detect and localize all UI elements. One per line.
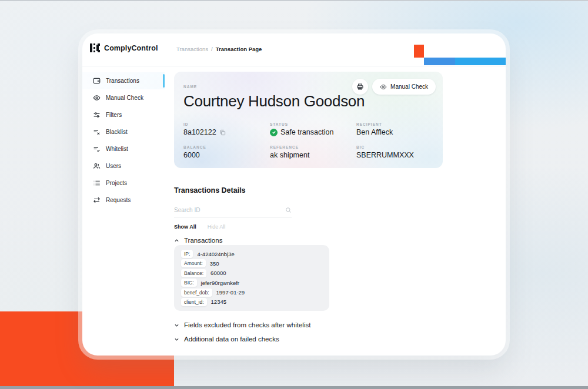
section-additional-data[interactable]: Additional data on failed checks <box>174 336 279 343</box>
field-value: 1997-01-29 <box>216 289 245 296</box>
sidebar-item-label: Projects <box>106 180 127 186</box>
list-item: Amount: 350 <box>181 259 322 267</box>
list-item: Balance: 60000 <box>181 269 322 277</box>
chevron-down-icon <box>174 323 179 328</box>
field-value: ak shipment <box>270 151 356 159</box>
complycontrol-logo-icon <box>90 43 100 52</box>
field-key-pill: BIC: <box>181 279 197 287</box>
brand-logo[interactable]: ComplyControl <box>90 43 158 52</box>
breadcrumb-parent[interactable]: Transactions <box>176 46 208 52</box>
sidebar-item-projects[interactable]: Projects <box>82 175 165 192</box>
field-id: ID 8a102122 <box>183 122 270 136</box>
manual-check-label: Manual Check <box>390 83 428 90</box>
chevron-down-icon <box>174 337 179 342</box>
field-value: SBERRUMMXXX <box>356 151 433 159</box>
sidebar-item-label: Transactions <box>106 78 139 84</box>
field-label: REFERENCE <box>270 145 356 149</box>
sidebar-item-whitelist[interactable]: Whitelist <box>82 140 165 157</box>
decor-blue-bar <box>424 58 506 65</box>
list-item: client_id: 12345 <box>181 298 322 306</box>
hide-all-link[interactable]: Hide All <box>208 224 226 230</box>
sidebar-item-label: Manual Check <box>106 95 143 101</box>
print-button[interactable] <box>352 79 368 95</box>
brand-name: ComplyControl <box>104 44 158 52</box>
field-key-pill: client_id: <box>181 298 207 306</box>
sidebar-item-manual-check[interactable]: Manual Check <box>82 89 165 106</box>
sidebar: Transactions Manual Check Filters Blackl… <box>82 66 165 209</box>
field-value: Ben Affleck <box>356 128 433 136</box>
field-key-pill: Amount: <box>181 259 206 267</box>
field-value: 60000 <box>211 270 226 276</box>
field-label: ID <box>183 122 270 126</box>
top-border-line <box>0 0 588 1</box>
section-label: Transactions <box>184 237 222 244</box>
transaction-fields-grid: ID 8a102122 STATUS Safe transacti <box>183 122 433 159</box>
expand-controls: Show All Hide All <box>174 224 225 230</box>
sidebar-item-requests[interactable]: Requests <box>82 192 165 209</box>
field-value: 350 <box>210 260 219 267</box>
bottom-border-strip <box>0 386 588 389</box>
section-excluded-fields[interactable]: Fields excluded from checks after whitel… <box>174 321 310 328</box>
list-x-icon <box>93 128 101 136</box>
sidebar-item-users[interactable]: Users <box>82 157 165 175</box>
users-icon <box>93 162 101 170</box>
transfer-arrows-icon <box>93 196 101 204</box>
sidebar-item-label: Blacklist <box>106 129 128 135</box>
sidebar-item-blacklist[interactable]: Blacklist <box>82 123 165 140</box>
field-label: RECIPIENT <box>356 122 433 126</box>
field-bic: BIC SBERRUMMXXX <box>356 145 433 159</box>
list-check-icon <box>93 145 101 153</box>
field-value: 6000 <box>183 151 270 159</box>
field-status: STATUS Safe transaction <box>270 122 356 136</box>
manual-check-button[interactable]: Manual Check <box>372 79 436 95</box>
status-value: Safe transaction <box>280 128 333 136</box>
copy-id-button[interactable] <box>219 129 226 136</box>
field-value: jefer90rgwnkefr <box>201 280 239 286</box>
section-transactions[interactable]: Transactions <box>174 237 222 244</box>
eye-icon <box>380 83 387 90</box>
field-key-pill: IP: <box>181 250 193 258</box>
decor-orange-square <box>414 45 424 58</box>
section-label: Fields excluded from checks after whitel… <box>184 321 310 328</box>
hero-actions: Manual Check <box>352 79 436 95</box>
sidebar-item-label: Requests <box>106 197 131 203</box>
sidebar-item-label: Users <box>106 163 121 169</box>
customer-name: Courtney Hudson Goodson <box>183 93 383 109</box>
field-recipient: RECIPIENT Ben Affleck <box>356 122 433 136</box>
printer-icon <box>356 83 364 90</box>
sliders-icon <box>93 111 101 119</box>
status-check-icon <box>270 129 278 136</box>
eye-icon <box>93 94 101 102</box>
name-label: NAME <box>183 85 197 89</box>
list-item: benef_dob: 1997-01-29 <box>181 289 322 297</box>
details-title: Transactions Details <box>174 186 246 195</box>
search-icon[interactable] <box>285 207 292 213</box>
field-balance: BALANCE 6000 <box>183 145 270 159</box>
show-all-link[interactable]: Show All <box>174 224 196 230</box>
breadcrumb-separator: / <box>211 46 213 52</box>
sidebar-item-label: Whitelist <box>106 146 128 152</box>
wallet-icon <box>93 77 101 85</box>
field-key-pill: Balance: <box>181 269 206 277</box>
list-item: BIC: jefer90rgwnkefr <box>181 279 322 287</box>
breadcrumb: Transactions / Transaction Page <box>176 46 262 52</box>
app-window: ComplyControl Transactions / Transaction… <box>82 33 506 356</box>
field-label: BIC <box>356 145 433 149</box>
transaction-summary-card: NAME Courtney Hudson Goodson Manual Chec… <box>174 72 443 168</box>
field-label: STATUS <box>270 122 356 126</box>
chevron-up-icon <box>174 238 179 243</box>
sidebar-item-transactions[interactable]: Transactions <box>82 72 165 89</box>
section-label: Additional data on failed checks <box>184 336 279 343</box>
sidebar-item-filters[interactable]: Filters <box>82 106 165 123</box>
search-field <box>174 203 292 217</box>
list-icon <box>93 179 101 187</box>
app-header: ComplyControl Transactions / Transaction… <box>82 33 506 66</box>
field-value: 8a102122 <box>183 128 216 136</box>
list-item: IP: 4-424024nbj3e <box>181 250 322 258</box>
field-key-pill: benef_dob: <box>181 289 212 297</box>
transactions-field-list: IP: 4-424024nbj3e Amount: 350 Balance: 6… <box>174 245 329 311</box>
field-label: BALANCE <box>183 145 270 149</box>
breadcrumb-current: Transaction Page <box>216 46 262 52</box>
search-input[interactable] <box>174 203 285 217</box>
field-reference: REFERENCE ak shipment <box>270 145 356 159</box>
